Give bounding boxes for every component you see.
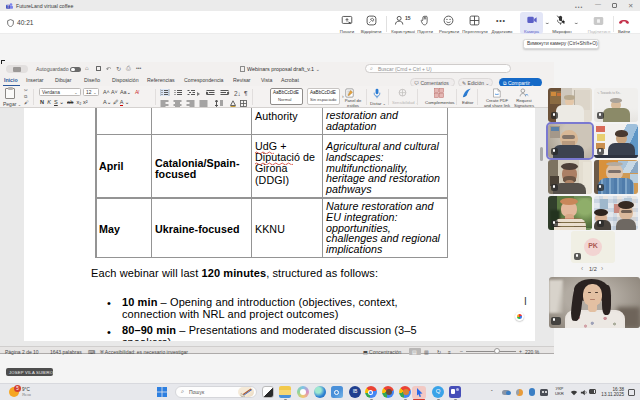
svg-text:2↓: 2↓	[234, 89, 241, 96]
svg-text:¶: ¶	[244, 89, 248, 96]
